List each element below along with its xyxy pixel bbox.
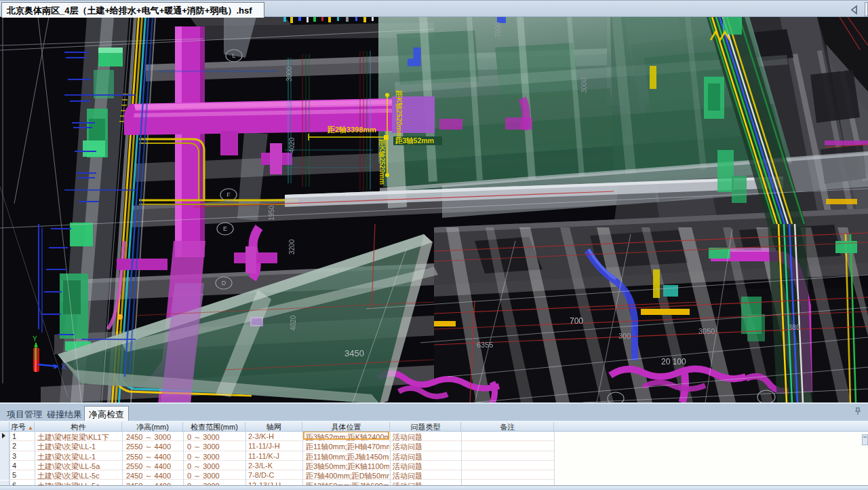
svg-text:3000: 3000 [580,77,588,93]
svg-text:距K轴2520mm: 距K轴2520mm [378,139,386,185]
svg-text:3050: 3050 [698,327,715,335]
svg-text:D: D [222,280,226,286]
svg-text:20 100: 20 100 [661,357,686,366]
svg-text:距2轴3398mm: 距2轴3398mm [327,126,376,134]
svg-text:X: X [61,362,66,371]
svg-text:7000: 7000 [494,22,502,37]
svg-text:300: 300 [618,332,631,340]
svg-text:4020: 4020 [290,315,297,331]
svg-text:3450: 3450 [344,348,364,358]
svg-text:700: 700 [570,316,583,326]
svg-text:Y: Y [33,335,37,343]
svg-text:3000: 3000 [285,66,293,81]
svg-text:L: L [232,52,235,59]
svg-text:380: 380 [788,323,800,331]
svg-text:E: E [223,225,227,232]
svg-text:1950: 1950 [268,205,275,221]
svg-text:4020: 4020 [288,137,296,153]
svg-text:6355: 6355 [477,341,493,349]
svg-text:3200: 3200 [288,239,296,255]
svg-text:距K轴2520mm: 距K轴2520mm [395,90,403,138]
svg-text:F: F [226,191,231,198]
